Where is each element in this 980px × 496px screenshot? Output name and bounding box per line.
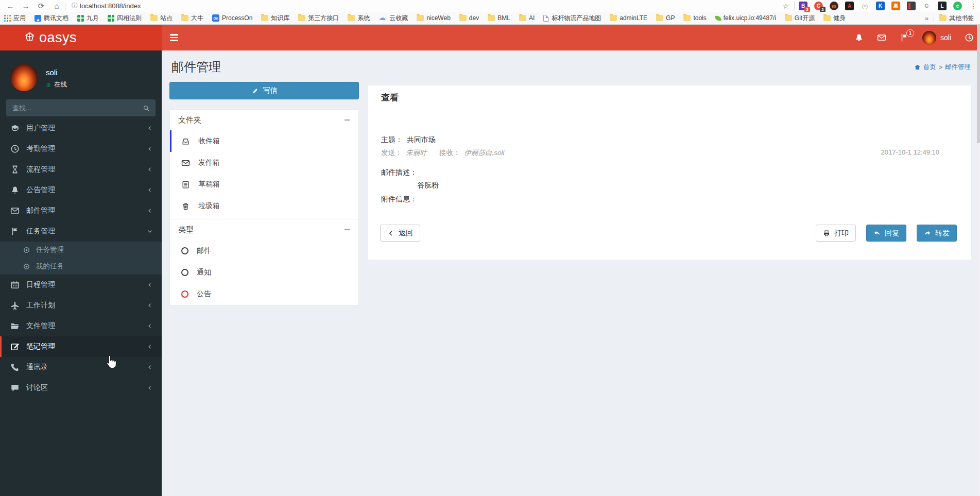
bookmark-item[interactable]: 标杆物流产品地图	[543, 14, 601, 23]
sidebar-item-attendance[interactable]: 考勤管理	[0, 139, 162, 159]
sidebar-item-tasks[interactable]: 任务管理	[0, 221, 162, 242]
type-label: 通知	[197, 268, 211, 277]
extension-icon[interactable]: ∞	[830, 2, 838, 10]
bookmark-folder[interactable]: Git开源	[785, 14, 815, 23]
sidebar-item-mail[interactable]: 邮件管理	[0, 200, 162, 221]
sidebar-subitem-task-management[interactable]: 任务管理	[0, 242, 162, 258]
scrollbar-thumb[interactable]	[977, 25, 980, 143]
extension-icon[interactable]: B3	[799, 2, 807, 10]
sidebar-item-process[interactable]: 流程管理	[0, 159, 162, 180]
type-announcement[interactable]: 公告	[170, 283, 358, 305]
bookmark-folder[interactable]: BML	[488, 14, 510, 22]
home-icon[interactable]: ⌂	[51, 2, 62, 10]
bookmark-item[interactable]: felix.uicp.io:49487/i	[715, 14, 776, 22]
chevron-left-icon	[147, 208, 153, 214]
folder-icon	[298, 15, 305, 21]
extension-icon[interactable]: C2	[814, 2, 823, 10]
sidebar-item-work-plan[interactable]: 工作计划	[0, 295, 162, 316]
bookmark-folder[interactable]: 健身	[823, 14, 846, 23]
extension-icon[interactable]: (≡)	[861, 2, 869, 10]
page-icon	[543, 15, 549, 22]
user-menu[interactable]: soli	[922, 31, 951, 45]
sidebar-item-announcement[interactable]: 公告管理	[0, 180, 162, 200]
forward-icon[interactable]: →	[21, 2, 31, 10]
bookmark-star-icon[interactable]: ☆	[782, 2, 789, 10]
sidebar-toggle-button[interactable]	[170, 32, 179, 43]
bookmark-item[interactable]: ProcessOn	[212, 14, 252, 22]
sidebar-subitem-my-tasks[interactable]: 我的任务	[0, 258, 162, 275]
search-input[interactable]	[6, 99, 137, 116]
bookmark-folder[interactable]: AI	[519, 14, 535, 22]
bookmark-item[interactable]: 腾讯文档	[35, 14, 68, 23]
bookmark-item[interactable]: 四相法则	[108, 14, 142, 23]
bookmark-folder[interactable]: 知识库	[261, 14, 289, 23]
bookmark-folder[interactable]: GP	[656, 14, 675, 22]
extension-icon[interactable]: L	[938, 2, 947, 10]
reply-button[interactable]: 回复	[866, 225, 906, 242]
bookmark-item[interactable]: 九月	[77, 14, 99, 23]
folder-drafts[interactable]: 草稿箱	[170, 174, 358, 195]
extension-icon[interactable]: K	[876, 2, 885, 10]
address-bar[interactable]: localhost:8088/index	[80, 2, 141, 10]
bookmark-item[interactable]: 云收藏	[379, 14, 408, 23]
type-mail[interactable]: 邮件	[170, 240, 358, 262]
bookmark-folder[interactable]: 第三方接口	[298, 14, 339, 23]
bookmark-folder[interactable]: 大牛	[181, 14, 203, 23]
chevron-left-icon	[147, 302, 153, 309]
brand-logo[interactable]: oasys	[0, 25, 162, 50]
extension-icon[interactable]: G	[922, 2, 931, 10]
messages-envelope-icon[interactable]	[877, 33, 886, 42]
bookmark-label: 系统	[357, 14, 370, 23]
bookmark-folder[interactable]: niceWeb	[417, 14, 450, 22]
sidebar-username: soli	[46, 68, 67, 77]
page-info-icon[interactable]: ⓘ	[72, 2, 78, 10]
extension-icon[interactable]: e	[953, 2, 962, 10]
sidebar-item-notes[interactable]: 笔记管理	[0, 336, 162, 357]
extension-icon[interactable]	[907, 2, 916, 10]
dot-circle-icon	[23, 246, 30, 254]
search-button[interactable]	[137, 99, 156, 116]
type-notice[interactable]: 通知	[170, 262, 358, 283]
breadcrumb-current[interactable]: 邮件管理	[945, 63, 971, 72]
breadcrumb-separator: >	[939, 64, 942, 71]
sidebar-item-schedule[interactable]: 日程管理	[0, 275, 162, 295]
other-bookmarks[interactable]: 其他书签	[939, 14, 974, 23]
folder-trash[interactable]: 垃圾箱	[170, 195, 358, 217]
back-button[interactable]: 返回	[380, 225, 420, 242]
tasks-flag-icon[interactable]: 1	[900, 33, 909, 43]
folder-inbox[interactable]: 收件箱	[170, 130, 358, 152]
collapse-minus-icon[interactable]	[345, 229, 350, 230]
print-button[interactable]: 打印	[816, 225, 856, 242]
collapse-minus-icon[interactable]	[345, 119, 350, 121]
user-status[interactable]: 在线	[46, 80, 67, 89]
types-header-label: 类型	[178, 225, 194, 235]
back-icon[interactable]: ←	[5, 2, 15, 10]
bookmark-folder[interactable]: adminLTE	[610, 14, 647, 22]
browser-menu-icon[interactable]: ⋮	[970, 2, 977, 10]
sidebar-item-contacts[interactable]: 通讯录	[0, 357, 162, 378]
bookmark-folder[interactable]: tools	[683, 14, 706, 22]
sidebar-item-files[interactable]: 文件管理	[0, 316, 162, 336]
bookmark-label: 云收藏	[389, 14, 408, 23]
trash-icon	[181, 202, 190, 211]
sidebar-item-label: 笔记管理	[26, 342, 55, 351]
bookmark-folder[interactable]: 系统	[348, 14, 370, 23]
breadcrumb-home-link[interactable]: 首页	[923, 63, 936, 72]
bookmarks-overflow-icon[interactable]: »	[925, 14, 929, 22]
chevron-left-icon	[387, 230, 394, 237]
control-sidebar-clock-icon[interactable]	[965, 33, 974, 42]
folder-icon	[823, 15, 831, 21]
bookmark-folder[interactable]: 站点	[150, 14, 173, 23]
sidebar-item-forum[interactable]: 讨论区	[0, 378, 162, 398]
bookmark-apps[interactable]: 应用	[4, 14, 26, 23]
extension-icon[interactable]: A	[845, 2, 854, 10]
forward-button[interactable]: 转发	[917, 225, 957, 242]
dot-circle-icon	[23, 263, 30, 270]
reload-icon[interactable]: ⟳	[36, 2, 46, 11]
folder-sent[interactable]: 发件箱	[170, 152, 358, 174]
bookmark-folder[interactable]: dev	[459, 14, 479, 22]
compose-button[interactable]: 写信	[169, 82, 359, 99]
extension-icon[interactable]: 惠	[891, 2, 900, 10]
sidebar-item-users[interactable]: 用户管理	[0, 118, 162, 139]
notifications-bell-icon[interactable]	[854, 33, 864, 42]
